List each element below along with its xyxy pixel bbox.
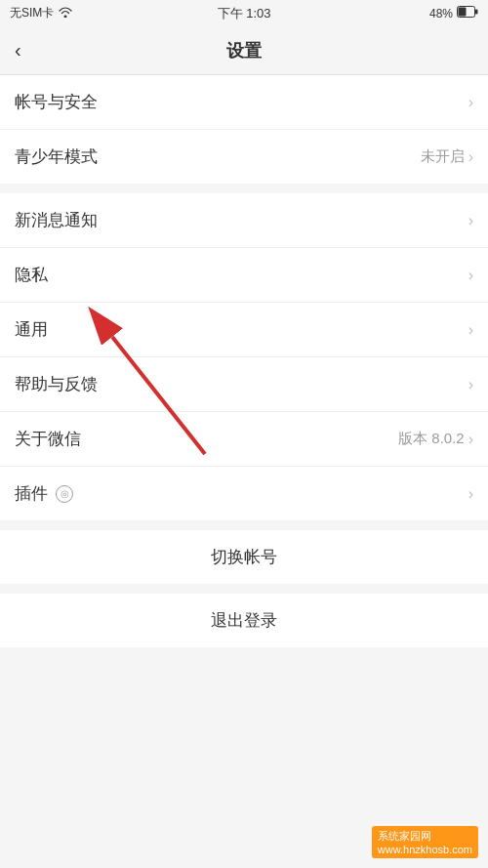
watermark: 系统家园网www.hnzkhosb.com — [372, 826, 478, 858]
settings-item-about[interactable]: 关于微信 版本 8.0.2 › — [0, 412, 488, 467]
wifi-icon — [58, 6, 73, 21]
button-group: 切换帐号 退出登录 — [0, 530, 488, 647]
chevron-icon: › — [468, 212, 473, 229]
help-label: 帮助与反馈 — [15, 373, 98, 395]
settings-item-general[interactable]: 通用 › — [0, 303, 488, 357]
svg-rect-1 — [459, 8, 467, 17]
account-security-label: 帐号与安全 — [15, 91, 98, 113]
status-battery: 48% — [429, 6, 478, 21]
chevron-icon: › — [468, 94, 473, 111]
settings-item-account-security[interactable]: 帐号与安全 › — [0, 75, 488, 130]
new-message-label: 新消息通知 — [15, 209, 98, 231]
plugins-label: 插件 — [15, 482, 48, 505]
status-time: 下午 1:03 — [218, 5, 271, 22]
page-title: 设置 — [226, 39, 262, 62]
chevron-icon: › — [468, 267, 473, 284]
sim-label: 无SIM卡 — [10, 5, 54, 21]
settings-item-youth-mode[interactable]: 青少年模式 未开启 › — [0, 130, 488, 184]
settings-item-new-message[interactable]: 新消息通知 › — [0, 193, 488, 248]
settings-item-help[interactable]: 帮助与反馈 › — [0, 357, 488, 412]
switch-account-button[interactable]: 切换帐号 — [0, 530, 488, 584]
chevron-icon: › — [468, 148, 473, 166]
youth-mode-label: 青少年模式 — [15, 145, 98, 168]
battery-percent: 48% — [429, 7, 453, 21]
battery-icon — [457, 6, 478, 21]
back-button[interactable]: ‹ — [15, 39, 21, 62]
svg-rect-2 — [475, 10, 478, 15]
settings-item-plugins[interactable]: 插件 ◎ › — [0, 467, 488, 520]
chevron-icon: › — [468, 376, 473, 393]
settings-group-2: 新消息通知 › 隐私 › 通用 › 帮助与反馈 — [0, 193, 488, 520]
settings-item-privacy[interactable]: 隐私 › — [0, 248, 488, 303]
privacy-label: 隐私 — [15, 264, 48, 286]
about-value: 版本 8.0.2 — [398, 430, 465, 448]
chevron-icon: › — [468, 321, 473, 339]
general-label: 通用 — [15, 318, 48, 341]
youth-mode-value: 未开启 — [421, 147, 465, 166]
chevron-icon: › — [468, 431, 473, 448]
navigation-bar: ‹ 设置 — [0, 26, 488, 75]
status-bar: 无SIM卡 下午 1:03 48% — [0, 0, 488, 26]
settings-group-1: 帐号与安全 › 青少年模式 未开启 › — [0, 75, 488, 184]
about-label: 关于微信 — [15, 428, 81, 450]
status-signal: 无SIM卡 — [10, 5, 73, 21]
logout-button[interactable]: 退出登录 — [0, 594, 488, 647]
settings-container: 帐号与安全 › 青少年模式 未开启 › 新消息通知 › — [0, 75, 488, 647]
chevron-icon: › — [468, 485, 473, 503]
plugin-dot-icon: ◎ — [56, 485, 73, 503]
